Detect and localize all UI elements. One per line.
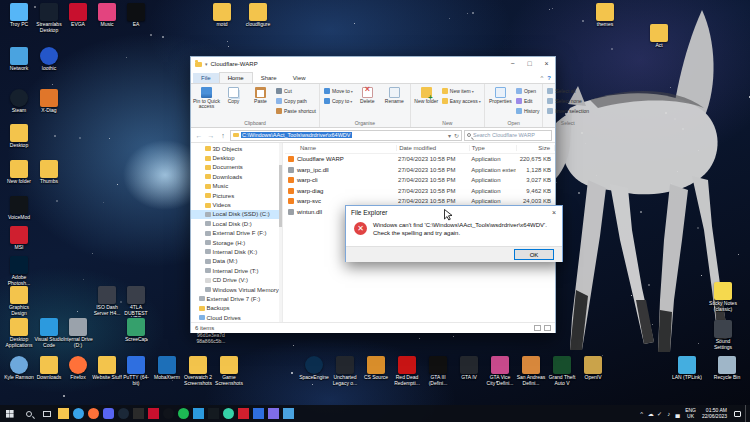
address-dropdown-icon[interactable]: ▾ — [448, 132, 451, 139]
edit-button[interactable]: Edit — [516, 96, 540, 106]
sidebar-item[interactable]: 3D Objects — [191, 144, 282, 153]
desktop-icon[interactable]: Steam — [4, 89, 34, 114]
taskbar-app-button[interactable] — [101, 405, 116, 422]
dialog-title-bar[interactable]: File Explorer × — [346, 206, 562, 219]
taskbar-app-button[interactable] — [86, 405, 101, 422]
desktop-icon[interactable]: PuTTY (64-bit) — [121, 356, 151, 386]
title-bar[interactable]: ▾ Cloudflare-WARP − □ × — [191, 57, 555, 71]
clock[interactable]: 01:50 AM 22/06/2023 — [702, 408, 727, 420]
tray-icon[interactable]: ☁ — [646, 410, 655, 417]
address-path[interactable]: C:\Windows\AAct_Tools\wsdrdriver\x64WDV — [241, 132, 352, 138]
sidebar-item[interactable]: Documents — [191, 163, 282, 172]
taskbar-app-button[interactable] — [131, 405, 146, 422]
taskbar-app-button[interactable] — [161, 405, 176, 422]
tray-icon[interactable]: ♪ — [664, 411, 673, 417]
sidebar-item[interactable]: Internal Disk (K:) — [191, 247, 282, 256]
show-desktop-button[interactable] — [745, 405, 748, 422]
sidebar-item[interactable]: Videos — [191, 200, 282, 209]
taskbar-app-button[interactable] — [56, 405, 71, 422]
sidebar-item[interactable]: CD Drive (V:) — [191, 275, 282, 284]
forward-button[interactable]: → — [206, 132, 216, 139]
desktop-icon[interactable]: MobaXterm — [152, 356, 182, 381]
sidebar-item[interactable]: Local Disk (SSD) (C:) — [191, 210, 282, 219]
properties-button[interactable]: Properties — [487, 85, 514, 120]
sidebar-scrollbar-thumb[interactable] — [279, 165, 282, 227]
file-row[interactable]: warp-diag 27/04/2023 10:58 PM Applicatio… — [285, 186, 555, 197]
sidebar-item[interactable]: Downloads — [191, 172, 282, 181]
taskbar-app-button[interactable] — [236, 405, 251, 422]
up-button[interactable]: ↑ — [218, 132, 228, 139]
desktop-icon[interactable]: VoiceMod — [4, 196, 34, 221]
new-item-button[interactable]: New item▾ — [442, 86, 481, 96]
sidebar-item[interactable]: Backups — [191, 304, 282, 313]
desktop-icon[interactable]: CS Source — [361, 356, 391, 381]
collapse-ribbon-icon[interactable]: ^ — [541, 75, 544, 81]
desktop-icon[interactable]: Overwatch 2 Screenshots — [183, 356, 213, 386]
desktop-icon[interactable]: cloudfigure — [243, 3, 273, 28]
copy-button[interactable]: Copy — [220, 85, 247, 120]
sidebar-item[interactable]: Data (M:) — [191, 257, 282, 266]
desktop-icon[interactable]: ScreeCap — [121, 318, 151, 343]
tab-view[interactable]: View — [285, 73, 314, 83]
desktop-icon[interactable]: Firefox — [63, 356, 93, 381]
desktop-icon[interactable]: OpenIV — [578, 356, 608, 381]
desktop-icon[interactable]: Music — [92, 3, 122, 28]
back-button[interactable]: ← — [194, 132, 204, 139]
desktop-icon[interactable]: Adobe Photosh... — [4, 256, 34, 286]
desktop-icon[interactable]: Recycle Bin — [712, 356, 742, 381]
move-to-button[interactable]: Move to▾ — [324, 86, 353, 96]
cut-button[interactable]: Cut — [276, 86, 316, 96]
address-bar[interactable]: C:\Windows\AAct_Tools\wsdrdriver\x64WDV … — [230, 130, 462, 141]
desktop-icon[interactable]: themes — [590, 3, 620, 28]
dialog-close-button[interactable]: × — [546, 206, 562, 219]
desktop-icon[interactable]: EVGA — [63, 3, 93, 28]
maximize-button[interactable]: □ — [521, 57, 538, 71]
minimize-button[interactable]: − — [504, 57, 521, 71]
new-folder-button[interactable]: New folder — [413, 85, 440, 120]
taskbar-app-button[interactable] — [266, 405, 281, 422]
sidebar-item[interactable]: Music — [191, 182, 282, 191]
taskbar-app-button[interactable] — [176, 405, 191, 422]
desktop-icon[interactable]: X-Diag — [34, 89, 64, 114]
desktop-icon[interactable]: New folder — [4, 160, 34, 185]
search-box[interactable] — [464, 130, 552, 141]
desktop-icon[interactable]: Visual Studio Code — [34, 318, 64, 348]
tab-share[interactable]: Share — [253, 73, 285, 83]
desktop-icon[interactable]: Sound Settings — [708, 320, 738, 350]
action-center-icon[interactable] — [734, 411, 741, 417]
column-header-date-modified[interactable]: Date modified — [397, 145, 470, 151]
desktop-icon[interactable]: Grand Theft Auto V — [547, 356, 577, 386]
tab-file[interactable]: File — [193, 73, 219, 83]
column-header-name[interactable]: Name — [285, 145, 397, 151]
desktop-icon[interactable]: ISO Dash Server H4... — [92, 286, 122, 316]
taskbar-app-button[interactable] — [221, 405, 236, 422]
desktop-icon[interactable]: LAN (TPLink) — [672, 356, 702, 381]
sidebar-item[interactable]: External Drive F (F:) — [191, 229, 282, 238]
desktop-icon[interactable]: Act — [644, 24, 674, 49]
sidebar-item[interactable]: External Drive 7 (F:) — [191, 294, 282, 303]
desktop-icon[interactable]: San Andreas Defini... — [516, 356, 546, 386]
delete-button[interactable]: Delete — [354, 85, 381, 120]
refresh-icon[interactable]: ↻ — [454, 132, 459, 139]
taskbar-search-button[interactable] — [20, 405, 38, 422]
tab-home[interactable]: Home — [219, 72, 253, 83]
desktop-icon[interactable]: 4TLA DUBTEST VPS — [121, 286, 151, 317]
sidebar-item[interactable]: Storage (H:) — [191, 238, 282, 247]
desktop-icon[interactable]: SpaceEngine — [299, 356, 329, 381]
desktop-icon[interactable]: Uncharted Legacy o... — [330, 356, 360, 386]
desktop-icon[interactable]: Internal Drive (D:) — [63, 318, 93, 348]
paste-shortcut-button[interactable]: Paste shortcut — [276, 106, 316, 116]
language-indicator[interactable]: ENG UK — [685, 408, 696, 419]
taskbar-app-button[interactable] — [251, 405, 266, 422]
sidebar-item[interactable]: Internal Drive (T:) — [191, 266, 282, 275]
column-header-size[interactable]: Size — [517, 145, 555, 151]
search-input[interactable] — [473, 132, 549, 138]
desktop-icon[interactable]: GTA III (Defini... — [423, 356, 453, 386]
sidebar-item[interactable]: Windows Virtual Memory — [191, 285, 282, 294]
quick-access-toolbar-caret-icon[interactable]: ▾ — [205, 61, 208, 67]
sidebar-item[interactable]: Cloud Drives — [191, 313, 282, 322]
desktop-icon[interactable]: Desktop — [4, 124, 34, 149]
desktop-icon[interactable]: Thumbs — [34, 160, 64, 185]
select-none-button[interactable]: Select none — [547, 96, 589, 106]
sidebar-item[interactable]: Local Disk (D:) — [191, 219, 282, 228]
